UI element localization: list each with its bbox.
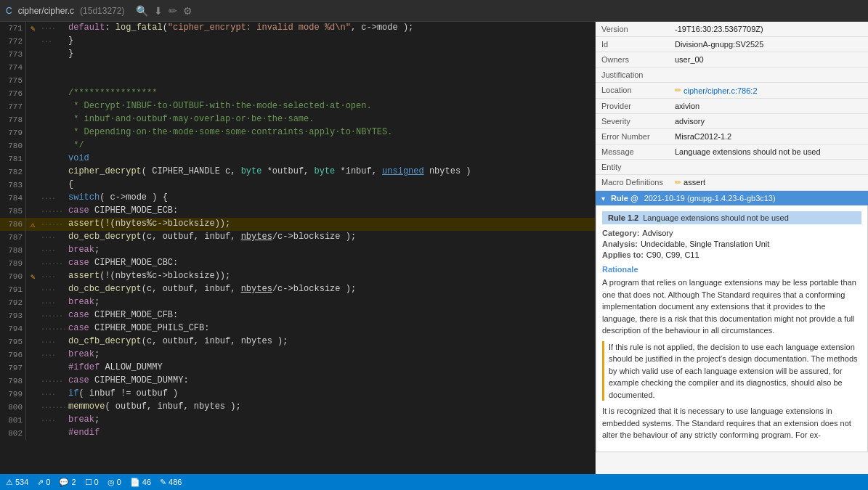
edit-icon[interactable]: ✏ bbox=[169, 5, 177, 17]
line-dots-780 bbox=[39, 139, 65, 152]
line-icon-776 bbox=[26, 87, 39, 100]
line-content-777: * Decrypt·INBUF·to·OUTBUF·with·the·mode·… bbox=[65, 100, 595, 113]
code-line-784: 784 ···· switch( c->mode ) { bbox=[0, 192, 595, 205]
code-line-772: 772 ··· } bbox=[0, 35, 595, 48]
circle-icon: ◎ bbox=[108, 478, 115, 487]
line-number-778: 778 bbox=[0, 113, 26, 126]
line-content-798: case CIPHER_MODE_DUMMY: bbox=[65, 375, 595, 388]
code-line-777: 777 * Decrypt·INBUF·to·OUTBUF·with·the·m… bbox=[0, 100, 595, 113]
code-line-782: 782 cipher_decrypt( CIPHER_HANDLE c, byt… bbox=[0, 166, 595, 179]
line-dots-785: ······ bbox=[39, 205, 65, 218]
code-panel[interactable]: 771 ✎ ···· default: log_fatal("cipher_en… bbox=[0, 22, 596, 474]
line-content-799: if( inbuf != outbuf ) bbox=[65, 388, 595, 401]
line-dots-775 bbox=[39, 74, 65, 87]
rationale-text-2: If this rule is not applied, the decisio… bbox=[609, 341, 861, 401]
edit-gutter-icon-771: ✎ bbox=[31, 24, 36, 33]
status-files: 📄 46 bbox=[130, 478, 151, 487]
line-dots-789: ······ bbox=[39, 257, 65, 270]
rule-analysis-row: Analysis: Undecidable, Single Translatio… bbox=[602, 240, 861, 248]
line-content-791: do_cbc_decrypt(c, outbuf, inbuf, nbytes/… bbox=[65, 283, 595, 296]
line-number-799: 799 bbox=[0, 388, 26, 401]
line-icon-780 bbox=[26, 139, 39, 152]
status-bar: ⚠ 534 ⇗ 0 💬 2 ☐ 0 ◎ 0 📄 46 ✎ 486 bbox=[0, 474, 868, 490]
edit-gutter-icon-790: ✎ bbox=[31, 272, 36, 282]
status-zero1: ☐ 0 bbox=[85, 478, 99, 487]
line-icon-779 bbox=[26, 126, 39, 139]
info-val-error-number: MisraC2012-1.2 bbox=[669, 129, 868, 144]
line-content-786: assert(!(nbytes%c->blocksize)); bbox=[65, 218, 595, 231]
status-comments: 💬 2 bbox=[59, 478, 76, 487]
line-number-791: 791 bbox=[0, 283, 26, 296]
line-number-796: 796 bbox=[0, 348, 26, 362]
line-content-794: case CIPHER_MODE_PHILS_CFB: bbox=[65, 322, 595, 335]
line-icon-791 bbox=[26, 283, 39, 296]
rule-header[interactable]: ▾ Rule @ 2021-10-19 (gnupg-1.4.23-6-gb3c… bbox=[596, 191, 868, 205]
line-dots-777 bbox=[39, 100, 65, 113]
tab-title[interactable]: cipher/cipher.c bbox=[18, 6, 74, 16]
info-row-provider: Provider axivion bbox=[596, 99, 868, 114]
settings-icon[interactable]: ⚙ bbox=[183, 5, 192, 17]
info-val-severity: advisory bbox=[669, 114, 868, 129]
info-label-macro: Macro Definitions bbox=[596, 175, 669, 191]
line-number-792: 792 bbox=[0, 296, 26, 309]
line-icon-790: ✎ bbox=[26, 270, 39, 283]
line-number-774: 774 bbox=[0, 61, 26, 74]
line-icon-794 bbox=[26, 322, 39, 335]
line-dots-786: ······ bbox=[39, 218, 65, 231]
info-table: Version -19T16:30:23.5367709Z) Id Divisi… bbox=[596, 22, 868, 191]
line-number-797: 797 bbox=[0, 362, 26, 375]
line-dots-784: ···· bbox=[39, 192, 65, 205]
rule-number-label: Rule 1.2 bbox=[608, 213, 638, 222]
line-dots-782 bbox=[39, 166, 65, 179]
download-icon[interactable]: ⬇ bbox=[154, 5, 163, 17]
code-line-781: 781 void bbox=[0, 152, 595, 166]
line-icon-778 bbox=[26, 113, 39, 126]
line-number-790: 790 bbox=[0, 270, 26, 283]
info-val-macro: ✏ assert bbox=[669, 175, 868, 191]
line-dots-779 bbox=[39, 126, 65, 139]
line-dots-776 bbox=[39, 87, 65, 100]
line-number-787: 787 bbox=[0, 231, 26, 244]
line-content-772: } bbox=[65, 35, 595, 48]
info-label-severity: Severity bbox=[596, 114, 669, 129]
line-number-801: 801 bbox=[0, 414, 26, 427]
line-number-788: 788 bbox=[0, 244, 26, 257]
code-line-773: 773 } bbox=[0, 48, 595, 61]
line-content-773: } bbox=[65, 48, 595, 61]
info-row-error-number: Error Number MisraC2012-1.2 bbox=[596, 129, 868, 144]
line-icon-795 bbox=[26, 335, 39, 348]
status-warnings: ⚠ 534 bbox=[6, 478, 28, 487]
line-number-802: 802 bbox=[0, 427, 26, 440]
info-label-justification: Justification bbox=[596, 68, 669, 83]
line-content-781: void bbox=[65, 152, 595, 166]
line-dots-778 bbox=[39, 113, 65, 126]
line-icon-774 bbox=[26, 61, 39, 74]
code-line-791: 791 ···· do_cbc_decrypt(c, outbuf, inbuf… bbox=[0, 283, 595, 296]
search-icon[interactable]: 🔍 bbox=[136, 5, 148, 17]
rule-applies-row: Applies to: C90, C99, C11 bbox=[602, 250, 861, 259]
line-icon-799 bbox=[26, 388, 39, 401]
line-icon-802 bbox=[26, 427, 39, 440]
status-errors-slash: ⇗ 0 bbox=[37, 478, 50, 487]
info-label-location: Location bbox=[596, 83, 669, 99]
line-number-771: 771 bbox=[0, 22, 26, 35]
line-content-797: #ifdef ALLOW_DUMMY bbox=[65, 362, 595, 375]
line-dots-800: ········ bbox=[39, 401, 65, 414]
rationale-text-3: It is recognized that it is necessary to… bbox=[602, 405, 861, 441]
pencil-icon-macro: ✏ bbox=[675, 178, 681, 187]
code-line-797: 797 #ifdef ALLOW_DUMMY bbox=[0, 362, 595, 375]
info-val-entity bbox=[669, 160, 868, 175]
code-line-785: 785 ······ case CIPHER_MODE_ECB: bbox=[0, 205, 595, 218]
line-dots-790: ···· bbox=[39, 270, 65, 283]
info-row-macro: Macro Definitions ✏ assert bbox=[596, 175, 868, 191]
line-number-800: 800 bbox=[0, 401, 26, 414]
line-content-802: #endif bbox=[65, 427, 595, 440]
location-link[interactable]: ✏ cipher/cipher.c:786:2 bbox=[675, 86, 862, 95]
applies-val: C90, C99, C11 bbox=[646, 250, 699, 259]
line-dots-794: ········ bbox=[39, 322, 65, 335]
code-line-776: 776 /**************** bbox=[0, 87, 595, 100]
line-dots-781 bbox=[39, 152, 65, 166]
code-line-787: 787 ···· do_ecb_decrypt(c, outbuf, inbuf… bbox=[0, 231, 595, 244]
collapse-chevron-icon: ▾ bbox=[601, 195, 605, 203]
code-line-789: 789 ······ case CIPHER_MODE_CBC: bbox=[0, 257, 595, 270]
